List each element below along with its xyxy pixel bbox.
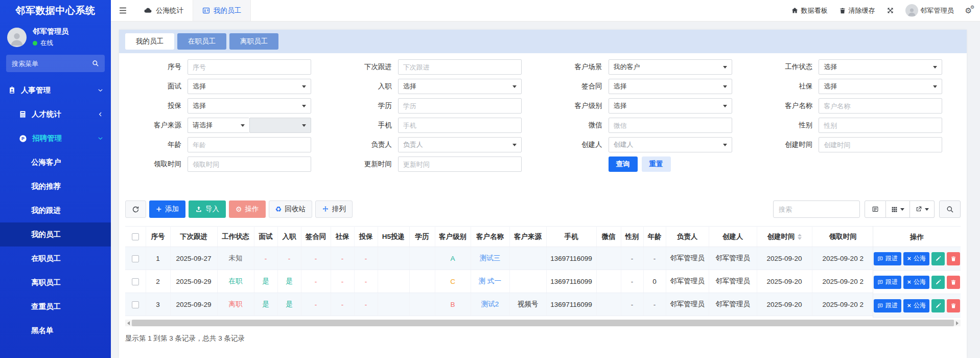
- tab-on-job-staff[interactable]: 在职员工: [177, 33, 226, 50]
- filter-mianshi-select[interactable]: 选择: [188, 79, 311, 94]
- filter-wechat-input[interactable]: [609, 118, 732, 133]
- follow-button[interactable]: 跟进: [874, 299, 901, 312]
- fullscreen-icon[interactable]: [886, 7, 894, 14]
- navbar-user[interactable]: 邻军管理员: [905, 4, 954, 17]
- columns-button[interactable]: [886, 200, 910, 218]
- filter-xueli-input[interactable]: [398, 98, 522, 114]
- x-icon: [907, 280, 912, 284]
- settings-gears-icon[interactable]: ⚙⚙: [965, 7, 972, 14]
- cell: 是: [254, 293, 277, 316]
- customer-name-link[interactable]: 测试三: [471, 247, 509, 270]
- operate-button[interactable]: ⚙操作: [229, 200, 266, 218]
- row-checkbox[interactable]: [132, 255, 139, 262]
- id-card-icon: [202, 7, 210, 14]
- filter-ruzhi-select[interactable]: 选择: [398, 79, 522, 94]
- arrange-button[interactable]: 排列: [315, 200, 353, 218]
- sidebar-item-my-recommend[interactable]: 我的推荐: [0, 174, 111, 198]
- filter-owner-select[interactable]: 负责人: [398, 137, 522, 152]
- sidebar-item-hr-management[interactable]: 人事管理: [0, 78, 111, 102]
- sidebar-item-label: 我的员工: [31, 230, 61, 239]
- follow-button[interactable]: 跟进: [874, 276, 901, 289]
- filter-creator-select[interactable]: 创建人: [609, 137, 732, 152]
- import-button[interactable]: 导入: [189, 200, 226, 218]
- detail-view-button[interactable]: [865, 200, 886, 218]
- row-checkbox[interactable]: [132, 301, 139, 308]
- filter-phone-input[interactable]: [398, 118, 522, 133]
- cell: -: [301, 247, 331, 270]
- filter-toubao-select[interactable]: 选择: [188, 98, 311, 114]
- cell: -: [331, 247, 354, 270]
- sidebar-item-talent-stats[interactable]: 人才统计: [0, 102, 111, 126]
- edit-button[interactable]: [931, 299, 945, 312]
- filter-age-input[interactable]: [188, 137, 311, 152]
- filter-cname-input[interactable]: [819, 98, 942, 114]
- select-all-checkbox[interactable]: [132, 233, 139, 240]
- filter-xuhao-input[interactable]: [188, 59, 311, 75]
- filter-qianhetong-select[interactable]: 选择: [609, 79, 732, 94]
- filter-label: 投保: [125, 101, 181, 110]
- search-button[interactable]: [939, 200, 961, 218]
- sea-button[interactable]: 公海: [903, 276, 929, 289]
- cell: -: [621, 247, 643, 270]
- caret-down-icon: [723, 85, 727, 88]
- filter-sex-input[interactable]: [819, 118, 942, 133]
- filter-scene-select[interactable]: 我的客户: [609, 59, 732, 75]
- sidebar-item-on-job-staff[interactable]: 在职员工: [0, 247, 111, 271]
- col-header: 微信: [596, 227, 621, 247]
- scrollbar-thumb[interactable]: [132, 320, 954, 326]
- filter-ltime-input[interactable]: [188, 156, 311, 172]
- sidebar-search-input[interactable]: [12, 60, 92, 68]
- clear-cache-link[interactable]: 清除缓存: [839, 6, 875, 15]
- menu-toggle-icon[interactable]: [111, 0, 134, 21]
- recycle-bin-button[interactable]: ♻回收站: [269, 200, 312, 218]
- query-button[interactable]: 查询: [609, 156, 638, 172]
- filter-utime-input[interactable]: [398, 156, 522, 172]
- filter-source-sub-select[interactable]: [249, 118, 312, 133]
- customer-name-link[interactable]: 测 式一: [471, 270, 509, 293]
- filter-shebao-select[interactable]: 选择: [819, 79, 942, 94]
- filter-source-select[interactable]: 请选择: [188, 118, 249, 133]
- cell: 2025-09-20: [757, 270, 812, 293]
- reset-button[interactable]: 重置: [642, 156, 671, 172]
- cell: [125, 247, 146, 270]
- edit-button[interactable]: [931, 252, 945, 265]
- sort-icon[interactable]: [798, 234, 802, 240]
- sidebar-item-dup-check-staff[interactable]: 查重员工: [0, 295, 111, 319]
- scroll-left-arrow[interactable]: [125, 321, 132, 325]
- sidebar: 邻军数据中心系统 邻军管理员 在线 人事管理: [0, 0, 111, 358]
- row-checkbox[interactable]: [132, 278, 139, 285]
- sidebar-item-resigned-staff[interactable]: 离职员工: [0, 271, 111, 295]
- col-header-sortable[interactable]: 创建时间: [757, 227, 812, 247]
- sidebar-item-my-follow[interactable]: 我的跟进: [0, 198, 111, 222]
- dashboard-link[interactable]: 数据看板: [791, 6, 828, 15]
- delete-button[interactable]: [947, 252, 960, 265]
- follow-button[interactable]: 跟进: [874, 252, 901, 265]
- caret-down-icon: [925, 208, 929, 211]
- filter-next-follow-input[interactable]: [398, 59, 522, 75]
- scroll-right-arrow[interactable]: [954, 321, 961, 325]
- nav-tab-public-sea-stats[interactable]: 公海统计: [134, 0, 193, 21]
- delete-button[interactable]: [947, 299, 960, 312]
- export-button[interactable]: [910, 200, 935, 218]
- horizontal-scrollbar[interactable]: [125, 320, 961, 326]
- filter-work-status-select[interactable]: 选择: [819, 59, 942, 75]
- sidebar-item-recruit-management[interactable]: P 招聘管理: [0, 126, 111, 150]
- tab-my-staff[interactable]: 我的员工: [125, 33, 174, 50]
- add-button[interactable]: 添加: [149, 200, 185, 218]
- delete-button[interactable]: [947, 276, 960, 289]
- refresh-button[interactable]: [125, 200, 146, 218]
- table-search-input[interactable]: [773, 200, 860, 218]
- customer-name-link[interactable]: 测试2: [471, 293, 509, 316]
- sidebar-item-public-sea-customers[interactable]: 公海客户: [0, 150, 111, 174]
- cell: 邻军管理员: [709, 247, 757, 270]
- filter-ctime-input[interactable]: [819, 137, 942, 152]
- search-icon[interactable]: [92, 60, 99, 67]
- sea-button[interactable]: 公海: [903, 252, 929, 265]
- sidebar-item-my-staff[interactable]: 我的员工: [0, 222, 111, 247]
- sea-button[interactable]: 公海: [903, 299, 929, 312]
- edit-button[interactable]: [931, 276, 945, 289]
- tab-resigned-staff[interactable]: 离职员工: [229, 33, 278, 50]
- filter-level-select[interactable]: 选择: [609, 98, 732, 114]
- nav-tab-my-staff[interactable]: 我的员工: [193, 0, 251, 21]
- sidebar-item-blacklist[interactable]: 黑名单: [0, 319, 111, 343]
